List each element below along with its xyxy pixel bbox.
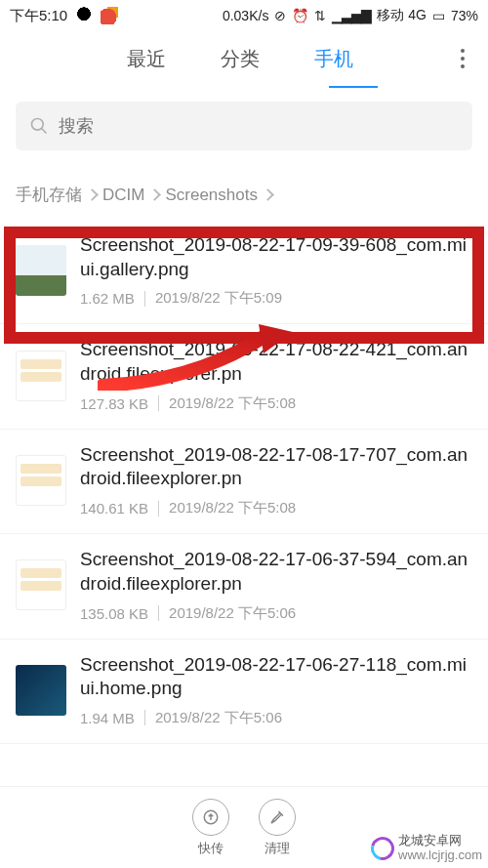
chevron-right-icon xyxy=(86,188,99,201)
chevron-right-icon xyxy=(262,188,274,201)
tab-recent[interactable]: 最近 xyxy=(100,46,193,72)
svg-point-0 xyxy=(32,119,44,131)
file-date: 2019/8/22 下午5:08 xyxy=(169,394,296,413)
search-input[interactable] xyxy=(59,116,459,137)
breadcrumb: 手机存储 DCIM Screenshots xyxy=(0,156,488,220)
battery-percent: 73% xyxy=(451,8,478,23)
file-thumbnail xyxy=(16,455,66,506)
file-name: Screenshot_2019-08-22-17-09-39-608_com.m… xyxy=(80,233,472,281)
tab-bar: 最近 分类 手机 xyxy=(0,31,488,86)
crumb-dcim[interactable]: DCIM xyxy=(102,186,144,205)
tab-phone[interactable]: 手机 xyxy=(287,46,381,72)
signal-icon: ▁▃▅▇ xyxy=(332,8,371,23)
watermark-logo-icon xyxy=(367,832,399,864)
file-thumbnail xyxy=(16,665,66,716)
file-date: 2019/8/22 下午5:06 xyxy=(155,709,282,727)
file-date: 2019/8/22 下午5:06 xyxy=(169,604,296,623)
file-name: Screenshot_2019-08-22-17-06-37-594_com.a… xyxy=(80,548,472,596)
separator xyxy=(144,710,145,725)
watermark: 龙城安卓网 www.lcjrjg.com xyxy=(371,834,482,862)
separator xyxy=(158,501,159,517)
alarm-icon: ⏰ xyxy=(292,8,308,23)
clean-label: 清理 xyxy=(264,840,290,857)
status-time: 下午5:10 xyxy=(10,7,67,25)
chevron-right-icon xyxy=(149,188,162,201)
file-size: 1.94 MB xyxy=(80,710,135,726)
file-name: Screenshot_2019-08-22-17-06-27-118_com.m… xyxy=(80,653,472,701)
file-name: Screenshot_2019-08-22-17-08-22-421_com.a… xyxy=(80,338,472,386)
search-icon xyxy=(29,116,49,136)
separator xyxy=(158,395,159,411)
file-thumbnail xyxy=(16,245,66,296)
file-date: 2019/8/22 下午5:08 xyxy=(169,499,296,517)
file-item[interactable]: Screenshot_2019-08-22-17-09-39-608_com.m… xyxy=(0,220,488,324)
crumb-screenshots[interactable]: Screenshots xyxy=(165,186,258,205)
net-speed: 0.03K/s xyxy=(223,8,268,23)
app-icon xyxy=(101,7,118,24)
file-date: 2019/8/22 下午5:09 xyxy=(155,289,282,308)
sync-icon: ⇅ xyxy=(314,8,326,23)
file-thumbnail xyxy=(16,351,66,401)
alarm-off-icon: ⊘ xyxy=(274,8,286,23)
separator xyxy=(144,291,145,307)
file-thumbnail xyxy=(16,559,66,610)
quick-send-label: 快传 xyxy=(198,840,224,857)
watermark-url: www.lcjrjg.com xyxy=(398,848,482,862)
file-item[interactable]: Screenshot_2019-08-22-17-08-22-421_com.a… xyxy=(0,324,488,429)
status-bar: 下午5:10 0.03K/s ⊘ ⏰ ⇅ ▁▃▅▇ 移动 4G ▭ 73% xyxy=(0,0,488,31)
battery-icon: ▭ xyxy=(432,8,445,23)
file-size: 1.62 MB xyxy=(80,290,135,307)
carrier-label: 移动 4G xyxy=(377,7,427,24)
file-list: Screenshot_2019-08-22-17-09-39-608_com.m… xyxy=(0,220,488,832)
file-item[interactable]: Screenshot_2019-08-22-17-06-37-594_com.a… xyxy=(0,534,488,639)
file-item[interactable]: Screenshot_2019-08-22-17-06-27-118_com.m… xyxy=(0,640,488,744)
file-name: Screenshot_2019-08-22-17-08-17-707_com.a… xyxy=(80,443,472,491)
tab-category[interactable]: 分类 xyxy=(193,46,287,72)
qq-icon xyxy=(75,7,93,24)
file-size: 140.61 KB xyxy=(80,500,148,517)
watermark-name: 龙城安卓网 xyxy=(398,834,482,847)
overflow-menu-icon[interactable] xyxy=(449,45,476,72)
separator xyxy=(158,605,159,621)
quick-send-button[interactable]: 快传 xyxy=(192,799,229,857)
search-bar[interactable] xyxy=(16,102,472,150)
file-size: 135.08 KB xyxy=(80,605,148,622)
clean-button[interactable]: 清理 xyxy=(259,799,296,857)
file-item[interactable]: Screenshot_2019-08-22-17-08-17-707_com.a… xyxy=(0,430,488,534)
crumb-root[interactable]: 手机存储 xyxy=(16,184,82,206)
file-size: 127.83 KB xyxy=(80,395,148,412)
svg-line-1 xyxy=(42,129,47,134)
